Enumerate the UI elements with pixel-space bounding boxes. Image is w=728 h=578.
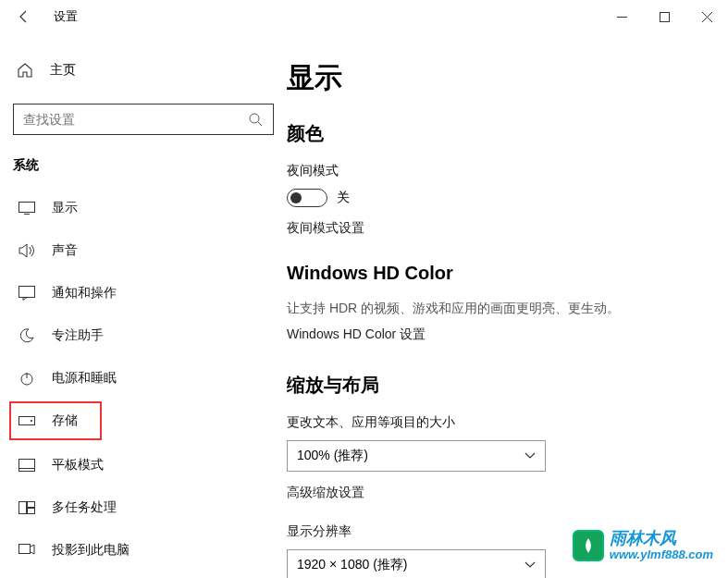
main-content: 显示 颜色 夜间模式 关 夜间模式设置 Windows HD Color 让支持…	[287, 33, 728, 578]
sidebar-item-tablet[interactable]: 平板模式	[9, 444, 281, 486]
sidebar-item-power[interactable]: 电源和睡眠	[9, 357, 281, 400]
svg-rect-3	[19, 287, 35, 298]
scale-label: 更改文本、应用等项目的大小	[287, 414, 700, 431]
sidebar-home[interactable]: 主页	[9, 52, 281, 89]
svg-rect-7	[19, 460, 35, 472]
page-title: 显示	[287, 59, 700, 97]
maximize-button[interactable]	[643, 2, 685, 31]
sidebar-item-label: 平板模式	[52, 457, 104, 473]
watermark-name: 雨林木风	[610, 530, 713, 548]
sidebar-category: 系统	[9, 152, 281, 187]
hd-description: 让支持 HDR 的视频、游戏和应用的画面更明亮、更生动。	[287, 301, 700, 317]
night-mode-toggle[interactable]	[287, 189, 327, 207]
monitor-icon	[17, 202, 37, 215]
sidebar-item-label: 显示	[52, 200, 78, 216]
power-icon	[17, 371, 37, 386]
watermark: 雨林木风 www.ylmf888.com	[573, 530, 713, 561]
sidebar: 主页 系统 显示 声音 通知和操作 专注助手 电源和睡眠	[0, 33, 287, 578]
leaf-icon	[579, 536, 598, 555]
advanced-scale-link[interactable]: 高级缩放设置	[287, 485, 700, 501]
project-icon	[17, 544, 37, 557]
hd-settings-link[interactable]: Windows HD Color 设置	[287, 326, 700, 343]
multitask-icon	[17, 501, 37, 514]
search-icon	[247, 112, 264, 127]
back-button[interactable]	[13, 6, 35, 28]
sidebar-item-label: 专注助手	[52, 327, 104, 344]
svg-rect-9	[28, 502, 35, 508]
sidebar-item-sound[interactable]: 声音	[9, 229, 281, 272]
svg-rect-2	[19, 203, 35, 213]
minimize-button[interactable]	[600, 2, 643, 31]
sidebar-item-notifications[interactable]: 通知和操作	[9, 272, 281, 314]
section-hd-heading: Windows HD Color	[287, 263, 700, 284]
resolution-value: 1920 × 1080 (推荐)	[297, 557, 407, 573]
home-icon	[15, 62, 35, 79]
window-title: 设置	[54, 8, 78, 25]
title-bar: 设置	[0, 0, 728, 33]
drive-icon	[17, 416, 37, 425]
sidebar-item-label: 声音	[52, 242, 78, 259]
moon-icon	[17, 328, 37, 343]
sidebar-item-storage[interactable]: 存储	[9, 401, 102, 440]
minimize-icon	[617, 12, 627, 22]
svg-rect-0	[660, 12, 669, 21]
watermark-logo	[573, 530, 604, 561]
svg-point-6	[31, 420, 32, 422]
sidebar-item-project[interactable]: 投影到此电脑	[9, 529, 281, 572]
message-icon	[17, 286, 37, 301]
night-mode-label: 夜间模式	[287, 163, 700, 179]
scale-value: 100% (推荐)	[297, 448, 368, 464]
tablet-icon	[17, 459, 37, 472]
svg-point-1	[250, 114, 259, 123]
maximize-icon	[660, 12, 670, 22]
close-button[interactable]	[685, 2, 728, 31]
chevron-down-icon	[524, 452, 536, 460]
sidebar-item-focus[interactable]: 专注助手	[9, 314, 281, 357]
sidebar-item-label: 电源和睡眠	[52, 370, 117, 387]
resolution-dropdown[interactable]: 1920 × 1080 (推荐)	[287, 549, 546, 578]
speaker-icon	[17, 243, 37, 258]
close-icon	[702, 12, 712, 22]
search-input[interactable]	[23, 112, 247, 127]
svg-rect-11	[19, 545, 31, 554]
svg-rect-8	[19, 502, 27, 514]
svg-rect-10	[28, 509, 35, 514]
sidebar-home-label: 主页	[50, 62, 76, 79]
watermark-url: www.ylmf888.com	[610, 548, 713, 561]
sidebar-item-label: 通知和操作	[52, 285, 117, 301]
section-scale-heading: 缩放与布局	[287, 373, 700, 398]
night-mode-settings-link[interactable]: 夜间模式设置	[287, 220, 700, 237]
section-color-heading: 颜色	[287, 121, 700, 146]
scale-dropdown[interactable]: 100% (推荐)	[287, 440, 546, 472]
window-controls	[600, 2, 728, 31]
sidebar-item-label: 投影到此电脑	[52, 542, 130, 559]
chevron-down-icon	[524, 561, 536, 569]
night-mode-state: 关	[337, 190, 350, 206]
search-box[interactable]	[13, 104, 274, 135]
sidebar-item-label: 多任务处理	[52, 499, 117, 516]
sidebar-item-label: 存储	[52, 412, 78, 429]
arrow-left-icon	[17, 9, 31, 24]
sidebar-item-display[interactable]: 显示	[9, 187, 281, 229]
sidebar-item-multitask[interactable]: 多任务处理	[9, 486, 281, 529]
toggle-knob	[290, 192, 302, 203]
